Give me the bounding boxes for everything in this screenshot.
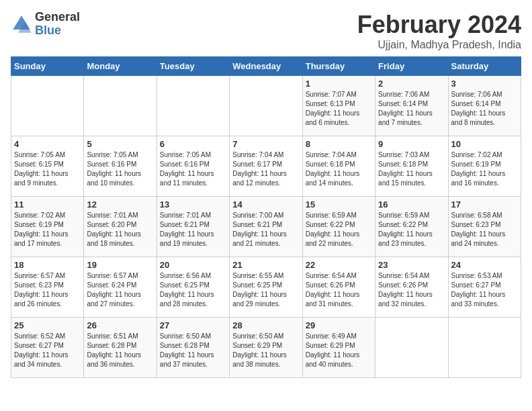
col-header-wednesday: Wednesday xyxy=(230,57,302,76)
day-cell: 22Sunrise: 6:54 AM Sunset: 6:26 PM Dayli… xyxy=(302,257,375,318)
day-number: 8 xyxy=(306,139,372,149)
day-info: Sunrise: 6:57 AM Sunset: 6:23 PM Dayligh… xyxy=(14,271,81,309)
logo-blue: Blue xyxy=(35,24,80,38)
day-cell: 14Sunrise: 7:00 AM Sunset: 6:21 PM Dayli… xyxy=(230,197,302,257)
logo-general: General xyxy=(35,11,80,24)
day-number: 14 xyxy=(232,199,299,210)
day-number: 4 xyxy=(14,139,81,149)
day-number: 3 xyxy=(451,79,518,89)
day-info: Sunrise: 7:01 AM Sunset: 6:20 PM Dayligh… xyxy=(87,211,153,248)
day-number: 19 xyxy=(87,260,153,270)
day-number: 22 xyxy=(306,260,372,270)
day-info: Sunrise: 6:57 AM Sunset: 6:24 PM Dayligh… xyxy=(87,271,153,309)
day-info: Sunrise: 6:49 AM Sunset: 6:29 PM Dayligh… xyxy=(306,332,372,369)
week-row-3: 18Sunrise: 6:57 AM Sunset: 6:23 PM Dayli… xyxy=(11,257,521,318)
day-info: Sunrise: 6:50 AM Sunset: 6:29 PM Dayligh… xyxy=(232,332,299,369)
day-info: Sunrise: 7:05 AM Sunset: 6:16 PM Dayligh… xyxy=(87,150,153,188)
day-cell: 8Sunrise: 7:04 AM Sunset: 6:18 PM Daylig… xyxy=(302,136,375,197)
day-number: 25 xyxy=(14,320,81,330)
day-number: 1 xyxy=(306,79,372,89)
day-info: Sunrise: 6:59 AM Sunset: 6:22 PM Dayligh… xyxy=(378,211,445,248)
day-number: 9 xyxy=(378,139,445,149)
day-cell xyxy=(11,76,84,136)
day-cell: 7Sunrise: 7:04 AM Sunset: 6:17 PM Daylig… xyxy=(230,136,302,197)
day-cell: 29Sunrise: 6:49 AM Sunset: 6:29 PM Dayli… xyxy=(302,318,375,378)
day-number: 12 xyxy=(87,199,153,210)
day-info: Sunrise: 7:06 AM Sunset: 6:14 PM Dayligh… xyxy=(451,90,518,128)
day-info: Sunrise: 7:05 AM Sunset: 6:16 PM Dayligh… xyxy=(160,150,226,188)
day-number: 10 xyxy=(451,139,518,149)
col-header-tuesday: Tuesday xyxy=(157,57,229,76)
day-cell: 3Sunrise: 7:06 AM Sunset: 6:14 PM Daylig… xyxy=(448,76,521,136)
day-info: Sunrise: 6:59 AM Sunset: 6:22 PM Dayligh… xyxy=(306,211,372,248)
day-number: 17 xyxy=(451,199,518,210)
day-cell: 4Sunrise: 7:05 AM Sunset: 6:15 PM Daylig… xyxy=(11,136,84,197)
day-info: Sunrise: 7:04 AM Sunset: 6:17 PM Dayligh… xyxy=(232,150,299,188)
day-cell xyxy=(448,318,521,378)
day-number: 29 xyxy=(306,320,372,330)
day-cell xyxy=(230,76,302,136)
day-info: Sunrise: 7:03 AM Sunset: 6:18 PM Dayligh… xyxy=(378,150,445,188)
page-header: General Blue February 2024 Ujjain, Madhy… xyxy=(11,11,521,51)
day-number: 6 xyxy=(160,139,226,149)
day-cell: 24Sunrise: 6:53 AM Sunset: 6:27 PM Dayli… xyxy=(448,257,521,318)
col-header-saturday: Saturday xyxy=(448,57,521,76)
day-info: Sunrise: 7:07 AM Sunset: 6:13 PM Dayligh… xyxy=(306,90,372,128)
day-number: 26 xyxy=(87,320,153,330)
day-cell: 28Sunrise: 6:50 AM Sunset: 6:29 PM Dayli… xyxy=(230,318,302,378)
logo-icon xyxy=(11,13,32,35)
day-cell xyxy=(375,318,448,378)
day-number: 15 xyxy=(306,199,372,210)
day-number: 7 xyxy=(232,139,299,149)
day-info: Sunrise: 6:54 AM Sunset: 6:26 PM Dayligh… xyxy=(306,271,372,309)
day-info: Sunrise: 6:51 AM Sunset: 6:28 PM Dayligh… xyxy=(87,332,153,369)
day-cell: 20Sunrise: 6:56 AM Sunset: 6:25 PM Dayli… xyxy=(157,257,229,318)
location: Ujjain, Madhya Pradesh, India xyxy=(357,39,521,51)
day-cell: 26Sunrise: 6:51 AM Sunset: 6:28 PM Dayli… xyxy=(84,318,157,378)
month-title: February 2024 xyxy=(357,11,521,39)
day-number: 18 xyxy=(14,260,81,270)
day-info: Sunrise: 6:53 AM Sunset: 6:27 PM Dayligh… xyxy=(451,271,518,309)
day-cell: 12Sunrise: 7:01 AM Sunset: 6:20 PM Dayli… xyxy=(84,197,157,257)
day-info: Sunrise: 6:56 AM Sunset: 6:25 PM Dayligh… xyxy=(160,271,226,309)
day-cell: 9Sunrise: 7:03 AM Sunset: 6:18 PM Daylig… xyxy=(375,136,448,197)
title-block: February 2024 Ujjain, Madhya Pradesh, In… xyxy=(357,11,521,51)
day-info: Sunrise: 6:52 AM Sunset: 6:27 PM Dayligh… xyxy=(14,332,81,369)
day-number: 20 xyxy=(160,260,226,270)
day-cell xyxy=(84,76,157,136)
col-header-monday: Monday xyxy=(84,57,157,76)
col-header-thursday: Thursday xyxy=(302,57,375,76)
day-cell xyxy=(157,76,229,136)
logo: General Blue xyxy=(11,11,80,38)
day-cell: 2Sunrise: 7:06 AM Sunset: 6:14 PM Daylig… xyxy=(375,76,448,136)
day-cell: 27Sunrise: 6:50 AM Sunset: 6:28 PM Dayli… xyxy=(157,318,229,378)
day-info: Sunrise: 7:00 AM Sunset: 6:21 PM Dayligh… xyxy=(232,211,299,248)
col-header-friday: Friday xyxy=(375,57,448,76)
day-cell: 6Sunrise: 7:05 AM Sunset: 6:16 PM Daylig… xyxy=(157,136,229,197)
week-row-2: 11Sunrise: 7:02 AM Sunset: 6:19 PM Dayli… xyxy=(11,197,521,257)
calendar-table: SundayMondayTuesdayWednesdayThursdayFrid… xyxy=(11,56,521,378)
col-header-sunday: Sunday xyxy=(11,57,84,76)
day-cell: 19Sunrise: 6:57 AM Sunset: 6:24 PM Dayli… xyxy=(84,257,157,318)
day-info: Sunrise: 7:02 AM Sunset: 6:19 PM Dayligh… xyxy=(14,211,81,248)
logo-text: General Blue xyxy=(35,11,80,38)
day-info: Sunrise: 7:02 AM Sunset: 6:19 PM Dayligh… xyxy=(451,150,518,188)
day-number: 21 xyxy=(232,260,299,270)
day-number: 5 xyxy=(87,139,153,149)
day-number: 11 xyxy=(14,199,81,210)
day-cell: 10Sunrise: 7:02 AM Sunset: 6:19 PM Dayli… xyxy=(448,136,521,197)
day-cell: 21Sunrise: 6:55 AM Sunset: 6:25 PM Dayli… xyxy=(230,257,302,318)
day-cell: 13Sunrise: 7:01 AM Sunset: 6:21 PM Dayli… xyxy=(157,197,229,257)
day-info: Sunrise: 7:06 AM Sunset: 6:14 PM Dayligh… xyxy=(378,90,445,128)
day-cell: 23Sunrise: 6:54 AM Sunset: 6:26 PM Dayli… xyxy=(375,257,448,318)
day-number: 16 xyxy=(378,199,445,210)
day-cell: 16Sunrise: 6:59 AM Sunset: 6:22 PM Dayli… xyxy=(375,197,448,257)
day-number: 23 xyxy=(378,260,445,270)
day-info: Sunrise: 6:55 AM Sunset: 6:25 PM Dayligh… xyxy=(232,271,299,309)
day-info: Sunrise: 6:50 AM Sunset: 6:28 PM Dayligh… xyxy=(160,332,226,369)
day-cell: 5Sunrise: 7:05 AM Sunset: 6:16 PM Daylig… xyxy=(84,136,157,197)
day-info: Sunrise: 6:58 AM Sunset: 6:23 PM Dayligh… xyxy=(451,211,518,248)
day-cell: 18Sunrise: 6:57 AM Sunset: 6:23 PM Dayli… xyxy=(11,257,84,318)
day-header-row: SundayMondayTuesdayWednesdayThursdayFrid… xyxy=(11,57,521,76)
day-info: Sunrise: 7:01 AM Sunset: 6:21 PM Dayligh… xyxy=(160,211,226,248)
